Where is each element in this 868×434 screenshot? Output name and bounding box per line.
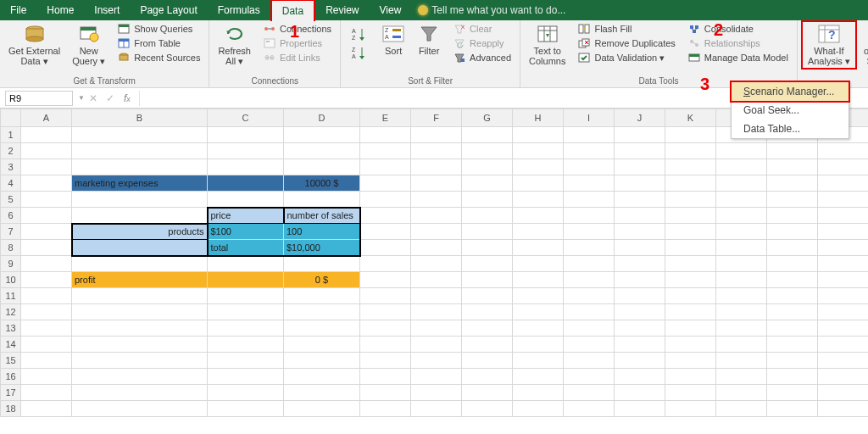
fx-icon[interactable]: fx bbox=[119, 92, 136, 104]
recent-sources-icon bbox=[117, 52, 131, 64]
svg-rect-63 bbox=[689, 54, 699, 57]
svg-marker-28 bbox=[359, 56, 364, 59]
menu-goal-seek[interactable]: Goal Seek... bbox=[732, 101, 849, 120]
show-queries-button[interactable]: Show Queries bbox=[114, 22, 203, 36]
tab-file[interactable]: File bbox=[0, 0, 36, 20]
tab-review[interactable]: Review bbox=[315, 0, 369, 20]
label: Text to Columns bbox=[529, 46, 565, 66]
svg-rect-18 bbox=[266, 41, 270, 42]
annotation-3: 3 bbox=[700, 75, 709, 94]
cell-C7[interactable]: $100 bbox=[208, 224, 284, 240]
relationships-icon bbox=[687, 37, 701, 49]
tab-home[interactable]: Home bbox=[36, 0, 84, 20]
tab-view[interactable]: View bbox=[370, 0, 412, 20]
manage-data-model-button[interactable]: Manage Data Model bbox=[684, 51, 792, 64]
worksheet[interactable]: ABCD EFGH IJKLMN 1 2 3 4 marketing expen… bbox=[0, 108, 868, 417]
label: Properties bbox=[280, 38, 322, 48]
label: Advanced bbox=[470, 53, 511, 63]
relationships-button[interactable]: Relationships bbox=[684, 36, 792, 50]
svg-rect-4 bbox=[81, 27, 96, 31]
advanced-icon bbox=[453, 52, 466, 64]
tab-data[interactable]: Data bbox=[270, 0, 315, 21]
enter-formula-icon[interactable]: ✓ bbox=[102, 92, 119, 104]
svg-rect-12 bbox=[120, 55, 128, 60]
group-label-sort-filter: Sort & Filter bbox=[346, 75, 515, 87]
bulb-icon bbox=[418, 5, 428, 15]
cell-B10[interactable]: profit bbox=[72, 272, 208, 288]
edit-links-button[interactable]: Edit Links bbox=[259, 51, 335, 64]
cell-D4[interactable]: 10000 $ bbox=[284, 175, 360, 192]
svg-line-61 bbox=[693, 42, 696, 44]
annotation-1: 1 bbox=[290, 22, 299, 42]
filter-icon bbox=[417, 24, 441, 44]
label: Show Queries bbox=[134, 24, 192, 34]
data-validation-button[interactable]: Data Validation ▾ bbox=[574, 51, 678, 64]
tab-formulas[interactable]: Formulas bbox=[208, 0, 270, 20]
reapply-button[interactable]: Reapply bbox=[449, 36, 515, 50]
remove-dups-icon bbox=[577, 37, 591, 49]
remove-duplicates-button[interactable]: Remove Duplicates bbox=[574, 36, 678, 50]
group-label-connections: Connections bbox=[214, 75, 335, 87]
tab-page-layout[interactable]: Page Layout bbox=[130, 0, 207, 20]
text-to-columns-button[interactable]: Text to Columns bbox=[526, 22, 569, 68]
show-queries-icon bbox=[117, 23, 131, 35]
svg-point-5 bbox=[90, 33, 98, 42]
label: Flash Fill bbox=[594, 24, 632, 34]
svg-text:A: A bbox=[385, 34, 389, 40]
svg-rect-17 bbox=[264, 39, 275, 47]
svg-rect-54 bbox=[690, 25, 693, 29]
new-query-icon bbox=[77, 24, 101, 44]
svg-point-14 bbox=[264, 27, 268, 31]
forecast-sheet-button[interactable]: orecast Sheet bbox=[860, 22, 868, 68]
get-external-data-button[interactable]: Get External Data ▾ bbox=[5, 22, 64, 68]
sort-az-icon: AZ bbox=[348, 24, 371, 44]
cell-D8[interactable]: $10,000 bbox=[284, 240, 360, 256]
svg-text:Z: Z bbox=[352, 35, 356, 41]
cell-B7[interactable]: products bbox=[72, 224, 208, 240]
tell-me[interactable]: Tell me what you want to do... bbox=[411, 4, 868, 16]
svg-text:Z: Z bbox=[385, 27, 389, 33]
clear-button[interactable]: Clear bbox=[449, 22, 515, 36]
edit-links-icon bbox=[263, 52, 276, 64]
svg-rect-40 bbox=[461, 58, 465, 62]
label: orecast Sheet bbox=[864, 46, 868, 66]
label: Connections bbox=[280, 24, 331, 34]
flash-fill-icon bbox=[577, 23, 591, 35]
consolidate-button[interactable]: Consolidate bbox=[684, 22, 792, 36]
label: From Table bbox=[134, 38, 181, 48]
tab-insert[interactable]: Insert bbox=[84, 0, 130, 20]
label: Data Validation ▾ bbox=[594, 53, 665, 64]
svg-marker-34 bbox=[421, 27, 437, 41]
cell-B4[interactable]: marketing expenses bbox=[72, 175, 208, 192]
advanced-button[interactable]: Advanced bbox=[449, 51, 515, 64]
recent-sources-button[interactable]: Recent Sources bbox=[114, 51, 203, 64]
name-box[interactable] bbox=[5, 91, 73, 106]
refresh-all-button[interactable]: Refresh All ▾ bbox=[214, 22, 254, 68]
svg-rect-7 bbox=[119, 25, 129, 27]
flash-fill-button[interactable]: Flash Fill bbox=[574, 22, 678, 36]
cell-D7[interactable]: 100 bbox=[284, 224, 360, 240]
menu-data-table[interactable]: Data Table... bbox=[732, 120, 849, 138]
what-if-analysis-button[interactable]: ? What-If Analysis ▾ bbox=[803, 22, 855, 68]
menu-scenario-manager[interactable]: SScenario Manager...cenario Manager... bbox=[732, 82, 849, 101]
svg-point-2 bbox=[26, 36, 43, 42]
svg-rect-55 bbox=[695, 25, 698, 29]
label: What-If Analysis ▾ bbox=[808, 46, 850, 66]
sort-za-icon: ZA bbox=[348, 46, 371, 59]
label: Relationships bbox=[704, 38, 760, 48]
label: Filter bbox=[419, 46, 439, 56]
cell-D10[interactable]: 0 $ bbox=[284, 272, 360, 288]
filter-button[interactable]: Filter bbox=[414, 22, 444, 58]
sort-button[interactable]: ZA Sort bbox=[378, 22, 409, 58]
label: New Query ▾ bbox=[72, 46, 105, 66]
cancel-formula-icon[interactable]: ✕ bbox=[85, 92, 102, 104]
sort-az-button[interactable]: AZ ZA bbox=[346, 22, 373, 61]
cell-C8[interactable]: total bbox=[208, 240, 284, 256]
cell-C6[interactable]: price bbox=[208, 208, 284, 224]
cell-D6[interactable]: number of sales bbox=[284, 208, 360, 224]
label: Edit Links bbox=[280, 53, 320, 63]
from-table-button[interactable]: From Table bbox=[114, 36, 203, 50]
new-query-button[interactable]: New Query ▾ bbox=[69, 22, 108, 68]
label: Consolidate bbox=[704, 24, 754, 34]
label: Remove Duplicates bbox=[594, 38, 675, 48]
